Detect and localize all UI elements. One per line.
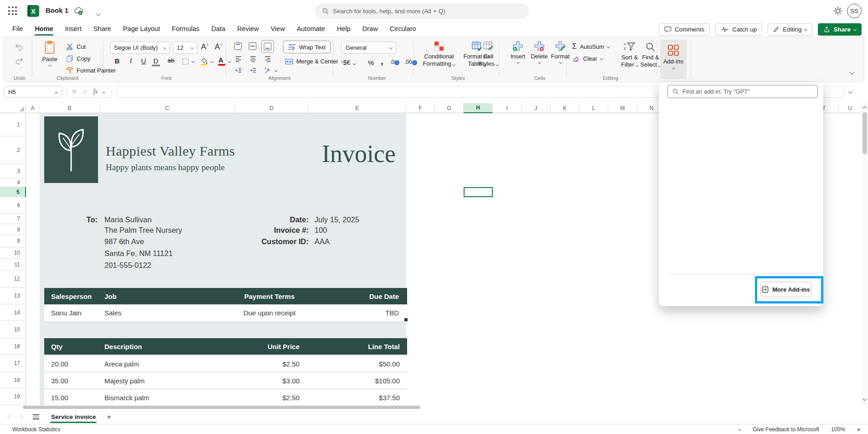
autosum-button[interactable]: Σ AutoSum bbox=[572, 42, 610, 51]
settings-gear-icon[interactable] bbox=[832, 5, 843, 16]
table-row[interactable]: 35.00Majesty palm$3.00$105.00 bbox=[44, 371, 407, 388]
row-header-8[interactable]: 8 bbox=[0, 224, 26, 235]
menu-item-formulas[interactable]: Formulas bbox=[166, 22, 205, 37]
addins-button-active[interactable]: Add-ins bbox=[660, 40, 687, 79]
row-header-4[interactable]: 4 bbox=[0, 178, 26, 187]
bold-button[interactable]: B bbox=[112, 57, 123, 65]
fill-color-button[interactable] bbox=[200, 57, 208, 65]
table-cell[interactable]: Areca palm bbox=[104, 360, 214, 368]
row-header-19[interactable]: 19 bbox=[0, 388, 26, 405]
table-row[interactable]: 20.00Areca palm$2.50$50.00 bbox=[44, 355, 407, 371]
format-painter-button[interactable]: Format Painter bbox=[66, 67, 116, 74]
row-header-10[interactable]: 10 bbox=[0, 247, 26, 259]
table-cell[interactable]: Sales bbox=[104, 309, 214, 317]
menu-item-help[interactable]: Help bbox=[331, 22, 356, 37]
table-cell[interactable]: $2.50 bbox=[214, 360, 302, 368]
column-header-B[interactable]: B bbox=[40, 103, 100, 113]
menu-item-data[interactable]: Data bbox=[206, 22, 232, 37]
column-header-F[interactable]: F bbox=[406, 103, 435, 113]
menu-item-automate[interactable]: Automate bbox=[291, 22, 331, 37]
font-size-select[interactable]: 12 bbox=[173, 42, 197, 54]
menu-item-insert[interactable]: Insert bbox=[59, 22, 88, 37]
column-header-A[interactable]: A bbox=[26, 103, 40, 113]
increase-indent-button[interactable] bbox=[249, 67, 257, 74]
workbook-menu-chevron-icon[interactable] bbox=[97, 9, 100, 17]
menu-item-circularo[interactable]: Circularo bbox=[384, 22, 422, 37]
underline-button[interactable]: U bbox=[138, 57, 149, 65]
row-header-1[interactable]: 1 bbox=[0, 113, 26, 136]
table-cell[interactable]: $3.00 bbox=[214, 377, 302, 385]
scroll-up-icon[interactable] bbox=[863, 106, 867, 111]
italic-button[interactable]: I bbox=[125, 57, 136, 65]
conditional-formatting-button[interactable]: Conditional Formatting bbox=[418, 41, 460, 68]
cell-styles-button[interactable]: Cell Styles bbox=[476, 41, 500, 68]
row-header-14[interactable]: 14 bbox=[0, 304, 26, 321]
table-cell[interactable]: TBD bbox=[325, 309, 407, 317]
comments-button[interactable]: Comments bbox=[659, 23, 710, 36]
enter-check-icon[interactable]: ✓ bbox=[83, 88, 88, 96]
global-search[interactable] bbox=[315, 4, 529, 18]
increase-font-size-button[interactable]: A˄ bbox=[201, 42, 209, 52]
ribbon-collapse-chevron-icon[interactable] bbox=[850, 70, 854, 75]
column-header-M[interactable]: M bbox=[608, 103, 637, 113]
row-header-9[interactable]: 9 bbox=[0, 235, 26, 247]
column-header-H[interactable]: H bbox=[464, 103, 493, 113]
table-row[interactable]: Sonu JainSalesDue upon receiptTBD bbox=[44, 304, 407, 321]
fill-color-chevron-icon[interactable] bbox=[211, 60, 214, 63]
sort-filter-button[interactable]: AZ Sort & Filter bbox=[618, 42, 641, 69]
table-cell[interactable]: Due upon receipt bbox=[214, 309, 325, 317]
addin-search-input[interactable] bbox=[682, 88, 813, 95]
bill-to-line[interactable]: The Palm Tree Nursery bbox=[104, 226, 182, 236]
row-header-2[interactable]: 2 bbox=[0, 136, 26, 164]
catch-up-button[interactable]: Catch up bbox=[715, 23, 762, 36]
bill-to-line[interactable]: Maria Sullivan bbox=[104, 215, 152, 225]
column-header-L[interactable]: L bbox=[579, 103, 608, 113]
row-header-6[interactable]: 6 bbox=[0, 197, 26, 214]
all-sheets-icon[interactable] bbox=[33, 414, 39, 419]
addin-search-box[interactable] bbox=[667, 85, 818, 98]
vertical-scrollbar[interactable] bbox=[862, 103, 868, 405]
format-cells-button[interactable]: Format bbox=[550, 41, 571, 63]
menu-item-page-layout[interactable]: Page Layout bbox=[117, 22, 166, 37]
copy-button[interactable]: Copy bbox=[66, 55, 90, 62]
invoice-meta-value[interactable]: 100 bbox=[315, 226, 327, 235]
table-cell[interactable]: Bismarck palm bbox=[104, 394, 214, 402]
invoice-title[interactable]: Invoice bbox=[295, 140, 423, 168]
row-header-12[interactable]: 12 bbox=[0, 271, 26, 288]
next-sheet-icon[interactable] bbox=[19, 415, 24, 419]
invoice-card[interactable]: Happiest Valley Farms Happy plants means… bbox=[40, 113, 406, 405]
add-sheet-icon[interactable]: + bbox=[107, 413, 111, 422]
percent-style-button[interactable]: % bbox=[368, 59, 374, 67]
align-center-button[interactable] bbox=[249, 55, 257, 63]
table-cell[interactable]: $37.50 bbox=[302, 394, 407, 402]
row-header-13[interactable]: 13 bbox=[0, 288, 26, 304]
vertical-scrollbar-thumb[interactable] bbox=[863, 112, 867, 154]
align-middle-button[interactable] bbox=[248, 42, 257, 51]
borders-button[interactable] bbox=[182, 58, 189, 65]
menu-item-view[interactable]: View bbox=[265, 22, 291, 37]
merge-center-button[interactable]: Merge & Center bbox=[285, 58, 344, 65]
row-header-5[interactable]: 5 bbox=[0, 187, 26, 197]
row-header-17[interactable]: 17 bbox=[0, 355, 26, 372]
selected-cell-outline[interactable] bbox=[464, 187, 493, 197]
clear-button[interactable]: Clear bbox=[572, 55, 603, 62]
bill-to-line[interactable]: Santa Fe, NM 11121 bbox=[104, 249, 173, 259]
zoom-in-button[interactable]: + bbox=[857, 426, 861, 433]
company-tagline[interactable]: Happy plants means happy people bbox=[106, 162, 225, 173]
name-box[interactable]: H5 bbox=[4, 86, 62, 98]
row-header-3[interactable]: 3 bbox=[0, 164, 26, 178]
sheet-tab-service-invoice[interactable]: Service invoice bbox=[50, 411, 97, 423]
workbook-statistics-button[interactable]: Workbook Statistics bbox=[0, 426, 60, 433]
decrease-indent-button[interactable] bbox=[234, 67, 243, 74]
company-name[interactable]: Happiest Valley Farms bbox=[106, 143, 235, 159]
workbook-title[interactable]: Book 1 bbox=[46, 6, 68, 14]
to-label[interactable]: To: bbox=[58, 215, 98, 224]
row-header-16[interactable]: 16 bbox=[0, 338, 26, 355]
increase-decimal-button[interactable]: .00› bbox=[404, 59, 417, 65]
column-header-J[interactable]: J bbox=[522, 103, 551, 113]
align-bottom-button-active[interactable] bbox=[261, 40, 274, 53]
column-header-I[interactable]: I bbox=[493, 103, 522, 113]
fx-chevron-icon[interactable] bbox=[102, 90, 105, 93]
column-header-D[interactable]: D bbox=[235, 103, 309, 113]
bill-to-line[interactable]: 987 6th Ave bbox=[104, 237, 144, 247]
